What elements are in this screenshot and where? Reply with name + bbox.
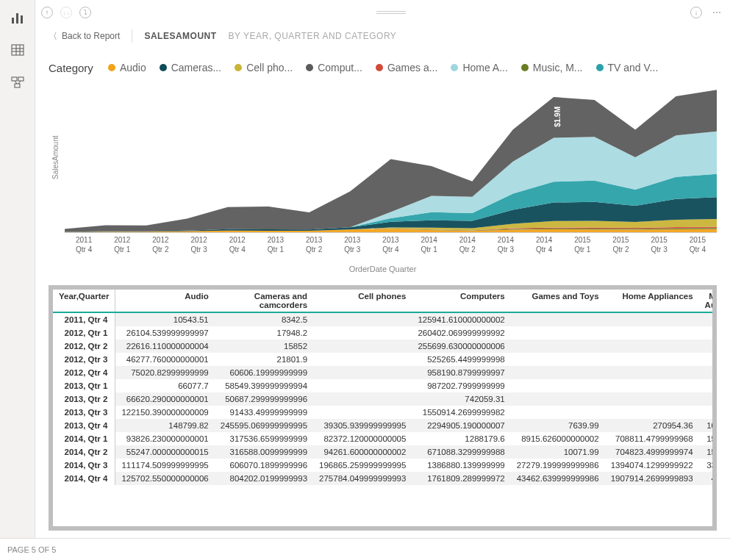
breadcrumb: 〈 Back to Report SALESAMOUNT BY YEAR, QU… <box>49 25 717 47</box>
legend-item[interactable]: Music, M... <box>521 62 583 73</box>
table-row[interactable]: 2013, Qtr 266620.29000000000150687.29999… <box>53 392 712 406</box>
column-header[interactable]: MAu <box>699 290 712 312</box>
table-header-row: Year,QuarterAudioCameras andcamcordersCe… <box>53 290 712 312</box>
cell-value: 1761809.289999972 <box>412 472 510 485</box>
x-tick: 2013Qtr 3 <box>333 235 371 260</box>
cell-value: 15 <box>699 432 712 445</box>
model-view-icon[interactable] <box>7 72 28 93</box>
legend-item[interactable]: Audio <box>108 62 146 73</box>
svg-rect-2 <box>21 15 23 24</box>
drill-down-icon[interactable]: ↓↓ <box>60 7 72 18</box>
cell-value <box>699 379 712 392</box>
svg-rect-3 <box>12 45 24 55</box>
legend-item[interactable]: Comput... <box>306 62 362 73</box>
cell-value <box>511 379 605 392</box>
table-row[interactable]: 2014, Qtr 193826.230000000001317536.6599… <box>53 432 712 445</box>
cell-value: 4 <box>699 472 712 485</box>
cell-value: 742059.31 <box>412 392 510 406</box>
chart-plot-area[interactable]: $2.3M$1.9M <box>65 82 717 233</box>
table-row[interactable]: 2014, Qtr 255247.000000000015316588.0099… <box>53 445 712 459</box>
table-row[interactable]: 2013, Qtr 3122150.39000000000991433.4999… <box>53 406 712 419</box>
cell-value <box>313 392 412 406</box>
chevron-left-icon: 〈 <box>49 30 57 43</box>
table-row[interactable]: 2012, Qtr 126104.53999999999717948.22604… <box>53 326 712 340</box>
legend-label: Cameras... <box>171 62 221 73</box>
cell-value: 66077.7 <box>115 379 215 392</box>
data-view-icon[interactable] <box>7 40 28 60</box>
cell-value: 317536.6599999999 <box>215 432 313 445</box>
column-header[interactable]: Home Appliances <box>605 290 699 312</box>
cell-value: 21801.9 <box>215 353 313 366</box>
visual-canvas: ↑ ↓↓ ⤵ ↓ ⋯ 〈 Back to Report SALESAMOUNT … <box>35 0 730 538</box>
legend-label: TV and V... <box>608 62 659 73</box>
table-body: 2011, Qtr 410543.518342.5125941.61000000… <box>53 312 712 485</box>
cell-value: 804202.0199999993 <box>215 472 313 485</box>
row-label: 2014, Qtr 1 <box>53 432 115 445</box>
x-tick: 2015Qtr 2 <box>601 235 640 260</box>
svg-rect-8 <box>12 77 17 81</box>
x-tick: 2012Qtr 4 <box>218 235 257 260</box>
x-tick: 2013Qtr 2 <box>295 235 333 260</box>
table-row[interactable]: 2013, Qtr 4148799.82245595.0699999999953… <box>53 419 712 432</box>
table-row[interactable]: 2011, Qtr 410543.518342.5125941.61000000… <box>53 312 712 326</box>
cell-value: 50687.299999999996 <box>215 392 313 406</box>
column-header[interactable]: Games and Toys <box>511 290 605 312</box>
report-view-icon[interactable] <box>7 7 28 28</box>
column-header[interactable]: Cameras andcamcorders <box>215 290 313 312</box>
cell-value <box>605 340 699 353</box>
back-label: Back to Report <box>62 31 120 41</box>
drill-up-icon[interactable]: ↑ <box>41 7 53 18</box>
legend-swatch-icon <box>521 64 529 71</box>
data-table: Year,QuarterAudioCameras andcamcordersCe… <box>53 290 712 485</box>
legend-swatch-icon <box>160 64 167 71</box>
table-row[interactable]: 2013, Qtr 166077.758549.3999999999949872… <box>53 379 712 392</box>
cell-value <box>313 312 412 326</box>
drag-grip-icon[interactable] <box>99 11 683 14</box>
column-header[interactable]: Audio <box>115 290 215 312</box>
legend-item[interactable]: Cell pho... <box>235 62 293 73</box>
cell-value: 316588.0099999999 <box>215 445 313 459</box>
legend-item[interactable]: Cameras... <box>160 62 221 73</box>
cell-value: 43462.639999999986 <box>511 472 605 485</box>
legend-swatch-icon <box>108 64 115 71</box>
more-options-icon[interactable]: ⋯ <box>709 7 724 18</box>
cell-value: 82372.120000000005 <box>313 432 412 445</box>
cell-value: 275784.049999999993 <box>313 472 412 485</box>
visual-header-icons: ↑ ↓↓ ⤵ ↓ ⋯ <box>41 4 724 21</box>
column-header[interactable]: Year,Quarter <box>53 290 115 312</box>
expand-next-level-icon[interactable]: ⤵ <box>79 7 91 18</box>
x-tick: 2012Qtr 3 <box>180 235 218 260</box>
cell-value: 93826.230000000001 <box>115 432 215 445</box>
cell-value <box>511 392 605 406</box>
cell-value: 60606.19999999999 <box>215 366 313 379</box>
legend-item[interactable]: Home A... <box>451 62 507 73</box>
drill-toggle-icon[interactable]: ↓ <box>690 7 702 18</box>
crumb-measure: SALESAMOUNT <box>144 31 216 41</box>
cell-value: 22616.110000000004 <box>115 340 215 353</box>
data-label: $1.9M <box>554 107 562 127</box>
column-header[interactable]: Cell phones <box>313 290 412 312</box>
row-label: 2012, Qtr 3 <box>53 353 115 366</box>
table-row[interactable]: 2012, Qtr 475020.8299999999960606.199999… <box>53 366 712 379</box>
table-row[interactable]: 2012, Qtr 222616.11000000000415852255699… <box>53 340 712 353</box>
cell-value <box>699 353 712 366</box>
cell-value: 94261.600000000002 <box>313 445 412 459</box>
legend-item[interactable]: Games a... <box>376 62 437 73</box>
page-indicator: PAGE 5 OF 5 <box>7 545 56 554</box>
cell-value <box>511 326 605 340</box>
table-scroll[interactable]: Year,QuarterAudioCameras andcamcordersCe… <box>53 290 712 526</box>
cell-value: 260402.069999999992 <box>412 326 510 340</box>
column-header[interactable]: Computers <box>412 290 510 312</box>
status-bar: PAGE 5 OF 5 <box>0 538 730 560</box>
table-row[interactable]: 2012, Qtr 346277.76000000000121801.95252… <box>53 353 712 366</box>
ribbon-chart[interactable]: SalesAmount $2.3M$1.9M 2011Qtr 42012Qtr … <box>49 82 717 273</box>
cell-value: 46277.760000000001 <box>115 353 215 366</box>
legend-item[interactable]: TV and V... <box>596 62 659 73</box>
table-row[interactable]: 2014, Qtr 4125702.550000000006804202.019… <box>53 472 712 485</box>
cell-value <box>699 340 712 353</box>
cell-value <box>313 406 412 419</box>
cell-value: 125702.550000000006 <box>115 472 215 485</box>
x-tick: 2011Qtr 4 <box>65 235 103 260</box>
back-to-report-button[interactable]: 〈 Back to Report <box>49 30 120 43</box>
table-row[interactable]: 2014, Qtr 3111174.509999999995606070.189… <box>53 459 712 472</box>
